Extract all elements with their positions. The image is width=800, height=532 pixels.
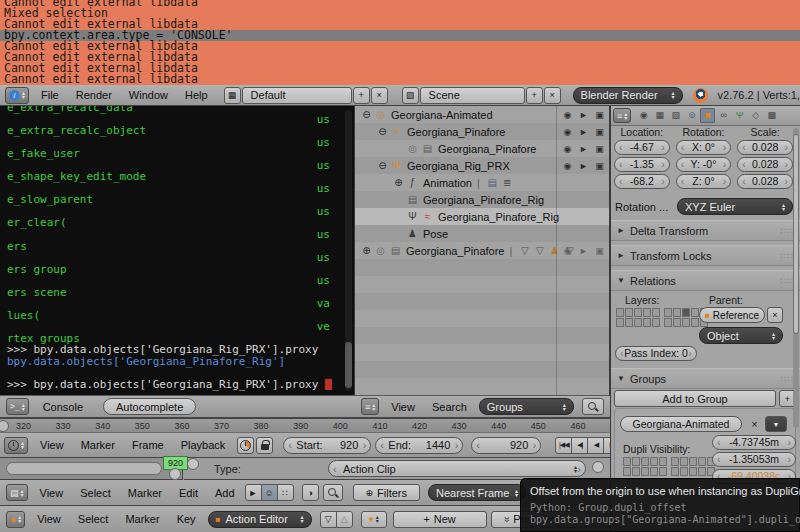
layer-cell[interactable] <box>625 308 633 317</box>
layer-cell[interactable] <box>634 308 642 317</box>
playback-jump-to-start[interactable]: |◀◀ <box>555 437 572 454</box>
search-button[interactable] <box>323 484 343 501</box>
layer-cell[interactable] <box>634 318 642 327</box>
layer-cell[interactable] <box>650 467 658 476</box>
remove-group-button[interactable]: × <box>746 416 763 432</box>
transform-value-field[interactable]: Z: 0° <box>676 174 732 189</box>
expander-icon[interactable]: ⊖ <box>376 160 389 171</box>
outliner-editor-type-button[interactable]: ≡ <box>361 398 379 415</box>
layer-cell[interactable] <box>689 457 697 466</box>
playback-play[interactable]: ▶ <box>603 437 610 454</box>
properties-editor-type-button[interactable]: ≡ <box>613 108 631 123</box>
outliner-row[interactable]: ⊕ƒAnimation|▤≣ <box>355 174 609 191</box>
outliner-row[interactable]: ⊖+Georgiana_Pinafore◉►▣ <box>355 123 609 140</box>
nla-strip-icon[interactable]: ▤ <box>485 177 500 188</box>
layer-cell[interactable] <box>682 318 690 327</box>
cam-toggle-icon[interactable]: ▣ <box>593 161 606 171</box>
menu-render[interactable]: Render <box>76 89 112 101</box>
eye-toggle-icon[interactable]: ◉ <box>561 127 574 137</box>
properties-scrollbar[interactable] <box>793 128 799 428</box>
cam-toggle-icon[interactable]: ▣ <box>593 144 606 154</box>
outliner-row[interactable]: ◎▤Georgiana_Pinafore◉►▣ <box>355 140 609 157</box>
parent-object-field[interactable]: ■ Reference <box>699 307 765 323</box>
cam-toggle-icon[interactable]: ▣ <box>593 246 606 256</box>
properties-tab-modifiers[interactable]: ◇ <box>748 108 763 123</box>
snap-dropdown[interactable]: Nearest Frame <box>428 484 526 501</box>
transform-value-field[interactable]: X: 0° <box>676 140 732 155</box>
dupli-offset-field[interactable]: -1.35053m <box>712 452 796 467</box>
panel-header-transform-locks[interactable]: ► Transform Locks ∷∷ <box>611 245 800 266</box>
rotation-mode-dropdown[interactable]: XYZ Euler <box>677 198 793 215</box>
menu-playback[interactable]: Playback <box>181 439 226 451</box>
menu-console[interactable]: Console <box>43 401 83 413</box>
menu-add[interactable]: Add <box>215 487 235 499</box>
dopesheet-editor-type-button[interactable]: ◈ <box>6 511 25 528</box>
strip-type-dropdown[interactable]: Action Clip <box>328 460 586 477</box>
lock-button[interactable] <box>256 437 273 454</box>
menu-view[interactable]: View <box>391 401 415 413</box>
drag-dots-icon[interactable]: ∷∷ <box>781 251 794 261</box>
nla-editor-type-button[interactable]: ▤ <box>6 484 28 501</box>
drag-dots-icon[interactable]: ∷∷ <box>781 276 794 286</box>
layer-cell[interactable] <box>671 467 679 476</box>
dupli-offset-field[interactable]: -4.73745m <box>712 435 796 450</box>
view-knob[interactable] <box>592 461 604 473</box>
layer-cell[interactable] <box>680 467 688 476</box>
group-specials-button[interactable]: ▼ <box>765 416 787 432</box>
restrict-icon[interactable]: ▽ <box>517 245 532 256</box>
ghost-toggle[interactable]: ☺ <box>261 484 278 501</box>
cam-toggle-icon[interactable]: ▣ <box>593 127 606 137</box>
scrollbar-thumb[interactable] <box>793 134 799 334</box>
timeline-editor-type-button[interactable] <box>4 437 28 454</box>
transform-value-field[interactable]: 0.028 <box>737 140 793 155</box>
outliner-row[interactable]: ⊕◎▤Georgiana_Pinafore|▽▽♟▽◉►▣ <box>355 242 609 259</box>
layer-cell[interactable] <box>616 318 624 327</box>
properties-tab-constraints[interactable]: ∞ <box>716 108 731 123</box>
expander-icon[interactable]: ⊕ <box>392 177 405 188</box>
menu-marker[interactable]: Marker <box>125 513 159 525</box>
arrow-toggle-icon[interactable]: ► <box>577 246 590 256</box>
transform-value-field[interactable]: Y: -0° <box>676 157 732 172</box>
scene-icon-button[interactable]: ▧ <box>402 87 419 104</box>
layer-cell[interactable] <box>689 467 697 476</box>
cursor-toggle[interactable]: ► <box>245 484 262 501</box>
layer-cell[interactable] <box>650 457 658 466</box>
properties-tab-object[interactable]: ■ <box>700 108 715 123</box>
scene-field[interactable]: Scene <box>420 87 525 104</box>
layer-cell[interactable] <box>671 457 679 466</box>
layer-cell[interactable] <box>652 318 660 327</box>
outliner-row[interactable]: ♟Pose <box>355 225 609 242</box>
expander-icon[interactable]: ⊖ <box>376 126 389 137</box>
layer-cell[interactable] <box>659 467 667 476</box>
layer-cell[interactable] <box>641 457 649 466</box>
expander-icon[interactable]: ⊕ <box>360 245 373 256</box>
outliner-filter-dropdown[interactable]: Groups <box>479 398 574 415</box>
layer-cell[interactable] <box>664 308 672 317</box>
layer-cell[interactable] <box>652 308 660 317</box>
clear-parent-button[interactable]: × <box>767 307 783 323</box>
cam-toggle-icon[interactable]: ▣ <box>593 110 606 120</box>
restrict-icon[interactable]: ▽ <box>532 245 547 256</box>
layer-cell[interactable] <box>643 318 651 327</box>
panel-header-delta-transform[interactable]: ► Delta Transform ∷∷ <box>611 220 800 241</box>
dots-toggle[interactable]: ∷ <box>277 484 294 501</box>
screen-layout-icon-button[interactable]: ▦ <box>224 87 241 104</box>
properties-tab-physics[interactable]: ▩ <box>764 108 779 123</box>
eye-toggle-icon[interactable]: ◉ <box>561 161 574 171</box>
layer-cell[interactable] <box>691 308 699 317</box>
ghost-down-button[interactable]: ▽ <box>320 511 337 528</box>
screen-layout-field[interactable]: Default <box>242 87 352 104</box>
menu-edit[interactable]: Edit <box>179 487 198 499</box>
playback-prev-keyframe[interactable]: ◀| <box>571 437 588 454</box>
frame-start-field[interactable]: Start: 920 <box>283 437 371 454</box>
frame-end-field[interactable]: End: 1440 <box>375 437 463 454</box>
browse-action-button[interactable]: ◈ <box>361 511 387 528</box>
drag-dots-icon[interactable]: ∷∷ <box>781 226 794 236</box>
arrow-toggle-icon[interactable]: ► <box>577 161 590 171</box>
menu-select[interactable]: Select <box>78 513 109 525</box>
layer-cell[interactable] <box>632 457 640 466</box>
render-engine-dropdown[interactable]: Blender Render <box>573 87 683 104</box>
strips-icon[interactable]: ≣ <box>500 177 515 188</box>
properties-tab-render[interactable]: ◉ <box>636 108 651 123</box>
layer-cell[interactable] <box>643 308 651 317</box>
